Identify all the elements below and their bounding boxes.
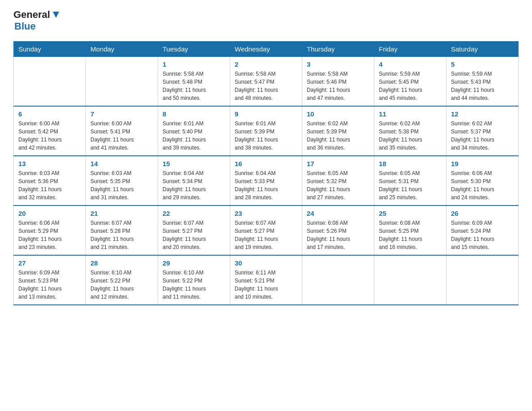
day-info: Sunrise: 5:58 AMSunset: 5:47 PMDaylight:… bbox=[235, 70, 297, 102]
day-info: Sunrise: 6:06 AMSunset: 5:29 PMDaylight:… bbox=[18, 219, 81, 251]
calendar-cell: 18Sunrise: 6:05 AMSunset: 5:31 PMDayligh… bbox=[374, 156, 446, 206]
logo-triangle-icon bbox=[51, 10, 61, 20]
calendar-cell: 17Sunrise: 6:05 AMSunset: 5:32 PMDayligh… bbox=[302, 156, 374, 206]
day-number: 26 bbox=[451, 210, 514, 217]
calendar-cell: 9Sunrise: 6:01 AMSunset: 5:39 PMDaylight… bbox=[230, 106, 302, 156]
day-info: Sunrise: 6:06 AMSunset: 5:30 PMDaylight:… bbox=[451, 169, 514, 201]
day-number: 19 bbox=[451, 160, 514, 167]
calendar-cell: 10Sunrise: 6:02 AMSunset: 5:39 PMDayligh… bbox=[302, 106, 374, 156]
day-number: 18 bbox=[379, 160, 442, 167]
weekday-header-row: SundayMondayTuesdayWednesdayThursdayFrid… bbox=[14, 42, 519, 57]
day-number: 27 bbox=[18, 259, 81, 267]
day-number: 9 bbox=[235, 110, 297, 118]
calendar-cell: 14Sunrise: 6:03 AMSunset: 5:35 PMDayligh… bbox=[86, 156, 158, 206]
day-info: Sunrise: 6:07 AMSunset: 5:27 PMDaylight:… bbox=[163, 219, 225, 251]
day-number: 24 bbox=[307, 210, 369, 217]
calendar-cell: 22Sunrise: 6:07 AMSunset: 5:27 PMDayligh… bbox=[158, 206, 230, 255]
day-number: 15 bbox=[163, 160, 225, 167]
day-info: Sunrise: 6:00 AMSunset: 5:41 PMDaylight:… bbox=[90, 120, 153, 152]
calendar-cell: 11Sunrise: 6:02 AMSunset: 5:38 PMDayligh… bbox=[374, 106, 446, 156]
calendar-table: SundayMondayTuesdayWednesdayThursdayFrid… bbox=[13, 41, 519, 305]
calendar-cell: 28Sunrise: 6:10 AMSunset: 5:22 PMDayligh… bbox=[86, 255, 158, 305]
calendar-cell: 29Sunrise: 6:10 AMSunset: 5:22 PMDayligh… bbox=[158, 255, 230, 305]
calendar-cell: 27Sunrise: 6:09 AMSunset: 5:23 PMDayligh… bbox=[14, 255, 86, 305]
day-number: 23 bbox=[235, 210, 297, 217]
day-number: 7 bbox=[90, 110, 153, 118]
calendar-cell: 16Sunrise: 6:04 AMSunset: 5:33 PMDayligh… bbox=[230, 156, 302, 206]
calendar-cell: 4Sunrise: 5:59 AMSunset: 5:45 PMDaylight… bbox=[374, 57, 446, 107]
calendar-cell bbox=[86, 57, 158, 107]
day-info: Sunrise: 6:11 AMSunset: 5:21 PMDaylight:… bbox=[235, 269, 297, 301]
day-number: 1 bbox=[163, 60, 225, 68]
page-header: General Blue bbox=[13, 9, 519, 32]
day-number: 14 bbox=[90, 160, 153, 167]
day-number: 16 bbox=[235, 160, 297, 167]
logo-blue-text: Blue bbox=[14, 21, 36, 32]
day-number: 17 bbox=[307, 160, 369, 167]
day-info: Sunrise: 6:05 AMSunset: 5:31 PMDaylight:… bbox=[379, 169, 442, 201]
calendar-cell: 21Sunrise: 6:07 AMSunset: 5:28 PMDayligh… bbox=[86, 206, 158, 255]
day-info: Sunrise: 6:02 AMSunset: 5:37 PMDaylight:… bbox=[451, 120, 514, 152]
day-info: Sunrise: 6:01 AMSunset: 5:40 PMDaylight:… bbox=[163, 120, 225, 152]
day-info: Sunrise: 6:07 AMSunset: 5:28 PMDaylight:… bbox=[90, 219, 153, 251]
calendar-cell: 24Sunrise: 6:08 AMSunset: 5:26 PMDayligh… bbox=[302, 206, 374, 255]
calendar-cell bbox=[374, 255, 446, 305]
day-number: 3 bbox=[307, 60, 369, 68]
calendar-cell: 12Sunrise: 6:02 AMSunset: 5:37 PMDayligh… bbox=[446, 106, 519, 156]
calendar-cell: 23Sunrise: 6:07 AMSunset: 5:27 PMDayligh… bbox=[230, 206, 302, 255]
day-info: Sunrise: 6:05 AMSunset: 5:32 PMDaylight:… bbox=[307, 169, 369, 201]
calendar-cell: 1Sunrise: 5:58 AMSunset: 5:48 PMDaylight… bbox=[158, 57, 230, 107]
day-info: Sunrise: 6:10 AMSunset: 5:22 PMDaylight:… bbox=[163, 269, 225, 301]
calendar-cell: 26Sunrise: 6:09 AMSunset: 5:24 PMDayligh… bbox=[446, 206, 519, 255]
day-number: 11 bbox=[379, 110, 442, 118]
calendar-cell bbox=[446, 255, 519, 305]
weekday-header-thursday: Thursday bbox=[302, 42, 374, 57]
day-number: 30 bbox=[235, 259, 297, 267]
day-number: 2 bbox=[235, 60, 297, 68]
day-info: Sunrise: 6:04 AMSunset: 5:34 PMDaylight:… bbox=[163, 169, 225, 201]
weekday-header-monday: Monday bbox=[86, 42, 158, 57]
day-info: Sunrise: 6:02 AMSunset: 5:39 PMDaylight:… bbox=[307, 120, 369, 152]
day-info: Sunrise: 6:03 AMSunset: 5:36 PMDaylight:… bbox=[18, 169, 81, 201]
calendar-cell: 19Sunrise: 6:06 AMSunset: 5:30 PMDayligh… bbox=[446, 156, 519, 206]
calendar-cell: 7Sunrise: 6:00 AMSunset: 5:41 PMDaylight… bbox=[86, 106, 158, 156]
weekday-header-wednesday: Wednesday bbox=[230, 42, 302, 57]
day-number: 13 bbox=[18, 160, 81, 167]
calendar-cell: 2Sunrise: 5:58 AMSunset: 5:47 PMDaylight… bbox=[230, 57, 302, 107]
calendar-cell: 30Sunrise: 6:11 AMSunset: 5:21 PMDayligh… bbox=[230, 255, 302, 305]
day-number: 21 bbox=[90, 210, 153, 217]
day-info: Sunrise: 6:10 AMSunset: 5:22 PMDaylight:… bbox=[90, 269, 153, 301]
day-number: 20 bbox=[18, 210, 81, 217]
day-number: 8 bbox=[163, 110, 225, 118]
day-info: Sunrise: 5:58 AMSunset: 5:46 PMDaylight:… bbox=[307, 70, 369, 102]
day-info: Sunrise: 5:59 AMSunset: 5:45 PMDaylight:… bbox=[379, 70, 442, 102]
weekday-header-friday: Friday bbox=[374, 42, 446, 57]
calendar-cell: 6Sunrise: 6:00 AMSunset: 5:42 PMDaylight… bbox=[14, 106, 86, 156]
logo: General Blue bbox=[13, 9, 61, 32]
day-info: Sunrise: 6:07 AMSunset: 5:27 PMDaylight:… bbox=[235, 219, 297, 251]
day-info: Sunrise: 6:03 AMSunset: 5:35 PMDaylight:… bbox=[90, 169, 153, 201]
weekday-header-saturday: Saturday bbox=[446, 42, 519, 57]
calendar-cell bbox=[14, 57, 86, 107]
day-number: 12 bbox=[451, 110, 514, 118]
day-info: Sunrise: 5:59 AMSunset: 5:43 PMDaylight:… bbox=[451, 70, 514, 102]
calendar-cell: 3Sunrise: 5:58 AMSunset: 5:46 PMDaylight… bbox=[302, 57, 374, 107]
calendar-week-row: 6Sunrise: 6:00 AMSunset: 5:42 PMDaylight… bbox=[14, 106, 519, 156]
calendar-cell: 8Sunrise: 6:01 AMSunset: 5:40 PMDaylight… bbox=[158, 106, 230, 156]
weekday-header-tuesday: Tuesday bbox=[158, 42, 230, 57]
calendar-cell: 13Sunrise: 6:03 AMSunset: 5:36 PMDayligh… bbox=[14, 156, 86, 206]
calendar-cell: 15Sunrise: 6:04 AMSunset: 5:34 PMDayligh… bbox=[158, 156, 230, 206]
day-number: 22 bbox=[163, 210, 225, 217]
calendar-cell: 20Sunrise: 6:06 AMSunset: 5:29 PMDayligh… bbox=[14, 206, 86, 255]
weekday-header-sunday: Sunday bbox=[14, 42, 86, 57]
calendar-week-row: 20Sunrise: 6:06 AMSunset: 5:29 PMDayligh… bbox=[14, 206, 519, 255]
logo-general-text: General bbox=[13, 9, 50, 21]
day-number: 29 bbox=[163, 259, 225, 267]
calendar-cell: 5Sunrise: 5:59 AMSunset: 5:43 PMDaylight… bbox=[446, 57, 519, 107]
calendar-week-row: 27Sunrise: 6:09 AMSunset: 5:23 PMDayligh… bbox=[14, 255, 519, 305]
day-info: Sunrise: 6:08 AMSunset: 5:26 PMDaylight:… bbox=[307, 219, 369, 251]
day-number: 10 bbox=[307, 110, 369, 118]
calendar-cell: 25Sunrise: 6:08 AMSunset: 5:25 PMDayligh… bbox=[374, 206, 446, 255]
day-number: 4 bbox=[379, 60, 442, 68]
day-number: 5 bbox=[451, 60, 514, 68]
